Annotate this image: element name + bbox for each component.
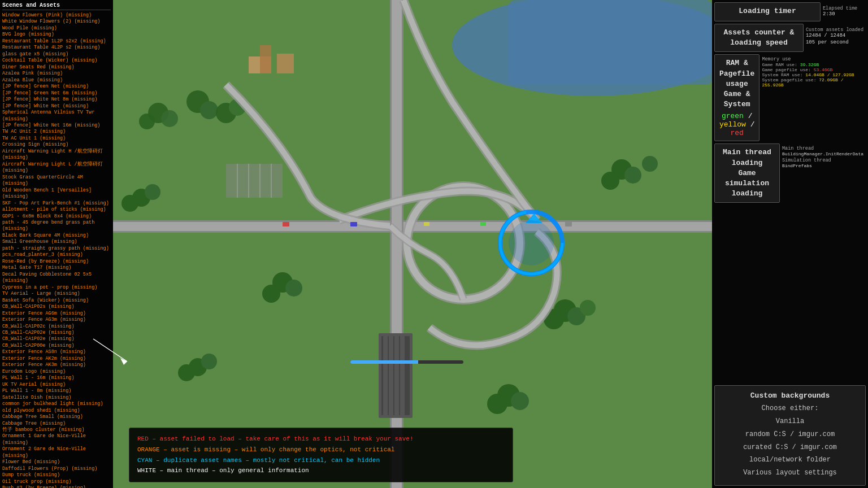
list-item: TW AC Unit 2 (missing): [2, 129, 111, 135]
svg-point-12: [121, 195, 138, 212]
assets-counter-label: Assets counter &loading speed: [719, 28, 798, 48]
list-item: [JP fence] White Net 16m (missing): [2, 123, 111, 129]
color-green: green: [722, 112, 744, 120]
list-item: CB_Wall-CA1P02s (missing): [2, 304, 111, 310]
list-item: Window Flowers (Pink) (missing): [2, 12, 111, 19]
list-item: [JP fence] White Net 8m (missing): [2, 97, 111, 103]
main-thread-value: BuildingManager.InitRenderData: [782, 151, 863, 156]
memory-section: Memory use Game RAM use: 39.32GB Game pa…: [760, 54, 866, 141]
custom-assets-section: Custom assets loaded 12484 / 12484 105 p…: [804, 24, 866, 52]
list-item: Spherical Antenna Vilnius TV Twr (missin…: [2, 110, 111, 123]
assets-counter-box: Assets counter &loading speed: [714, 24, 804, 52]
list-item: Old Wooden Bench 1 [Versailles] (missing…: [2, 188, 111, 201]
svg-rect-40: [480, 222, 486, 226]
layout-settings-option[interactable]: Various layout settings: [722, 467, 858, 480]
asset-list: Window Flowers (Pink) (missing)White Win…: [2, 12, 111, 488]
custom-bg-title: Custom backgrounds: [722, 391, 858, 400]
custom-assets-label: Custom assets loaded: [806, 27, 863, 33]
memory-label: Memory use: [762, 56, 863, 62]
list-item: Aircraft Warning Light H /航空障碍灯 (missing…: [2, 149, 111, 162]
svg-point-50: [178, 364, 195, 381]
road-svg: [113, 0, 712, 488]
list-item: UK TV Aerial (missing): [2, 382, 111, 388]
svg-rect-37: [283, 222, 289, 226]
legend-item: ORANGE – asset is missing – will only ch…: [137, 445, 505, 455]
svg-point-20: [580, 300, 596, 316]
left-panel: Scenes and Assets Window Flowers (Pink) …: [0, 0, 113, 488]
svg-point-49: [201, 354, 217, 369]
color-red: red: [731, 129, 744, 137]
svg-rect-39: [424, 222, 429, 226]
list-item: Exterior Fence AG3m (missing): [2, 317, 111, 323]
loading-timer-box: Loading timer: [714, 2, 821, 21]
list-item: Wood Pile (missing): [2, 25, 111, 32]
list-item: common jor bulkhead light (missing): [2, 401, 111, 407]
svg-point-14: [624, 167, 641, 184]
game-pagefile-label: Game pagefile use:: [762, 67, 810, 72]
svg-point-47: [487, 394, 507, 414]
svg-point-46: [511, 392, 529, 410]
right-panel: Loading timer Elapsed time 2:30 Assets c…: [712, 0, 868, 488]
list-item: 竹子 bamboo cluster (missing): [2, 427, 111, 433]
local-folder-option[interactable]: local/network folder: [722, 454, 858, 467]
game-pagefile-value: 53.46GB: [814, 67, 833, 72]
loading-timer-label: Loading timer: [719, 6, 815, 16]
list-item: Daffodil Flowers (Prop) (missing): [2, 466, 111, 472]
main-thread-meta-label: Main thread: [782, 146, 863, 151]
system-pagefile-label: System pagefile use:: [762, 77, 816, 82]
curated-imgur-option[interactable]: curated C:S / imgur.com: [722, 441, 858, 454]
list-item: path - straight grassy path (missing): [2, 246, 111, 252]
svg-rect-32: [400, 336, 405, 415]
random-imgur-option[interactable]: random C:S / imgur.com: [722, 428, 858, 441]
svg-rect-31: [394, 336, 399, 415]
list-item: PL Wall 1 - 16m (missing): [2, 375, 111, 381]
list-item: CB_Wall-CA1P02c (missing): [2, 324, 111, 330]
list-item: TW AC Unit 1 (missing): [2, 136, 111, 142]
list-item: Ornament 2 Gare de Nice-Ville (missing): [2, 446, 111, 459]
list-item: CB_Wall-CA2P00e (missing): [2, 343, 111, 349]
list-item: SKF - Pop Art Park-Bench #1 (missing): [2, 201, 111, 207]
system-ram-label: System RAM use:: [762, 72, 802, 77]
list-item: pcs_road_planter_3 (missing): [2, 252, 111, 258]
svg-point-7: [200, 101, 218, 119]
list-item: [JP fence] Green Net 6m (missing): [2, 90, 111, 97]
progress-bar-container: [350, 360, 463, 364]
list-item: Azalea Blue (missing): [2, 77, 111, 84]
elapsed-section: Elapsed time 2:30: [821, 2, 866, 21]
list-item: BVG logo (missing): [2, 32, 111, 38]
svg-point-5: [139, 114, 155, 129]
custom-assets-speed: 105 per second: [806, 40, 863, 45]
list-item: Basket Sofa (Wicker) (missing): [2, 298, 111, 304]
list-item: Metal Gate T17 (missing): [2, 265, 111, 271]
list-item: Azalea Pink (missing): [2, 71, 111, 77]
svg-point-36: [509, 220, 554, 265]
vanilla-option[interactable]: Vanilla: [722, 415, 858, 428]
list-item: Exterior Fence AS8n (missing): [2, 349, 111, 355]
list-item: Exterior Fence AK2m (missing): [2, 356, 111, 362]
list-item: path - 45 degree bend grass path (missin…: [2, 220, 111, 233]
svg-rect-29: [383, 336, 388, 415]
list-item: [JP fence] Green Net (missing): [2, 84, 111, 90]
legend-box: RED – asset failed to load – take care o…: [129, 428, 513, 482]
system-ram-value: 14.04GB / 127.92GB: [805, 72, 854, 77]
svg-rect-53: [260, 45, 271, 73]
svg-point-11: [145, 184, 160, 200]
legend-items: RED – asset failed to load – take care o…: [137, 434, 505, 476]
list-item: Aircraft Warning Light L /航空障碍灯 (missing…: [2, 162, 111, 175]
list-item: Ornament 1 Gare de Nice-Ville (missing): [2, 433, 111, 446]
list-item: allotment - pile of sticks (missing): [2, 207, 111, 213]
list-item: CB_Wall-CA2P02e (missing): [2, 330, 111, 336]
list-item: Eurodom Logo (missing): [2, 369, 111, 375]
ram-usage-box: RAM & Pagefile usageGame & System green …: [714, 54, 760, 141]
legend-item: WHITE – main thread – only general infor…: [137, 465, 505, 476]
list-item: Cocktail Table (Wicker) (missing): [2, 58, 111, 64]
list-item: Cabbage Tree Small (missing): [2, 414, 111, 420]
list-item: Exterior Fence AG6m (missing): [2, 311, 111, 317]
game-viewport: [113, 0, 712, 488]
list-item: Flower Bed (missing): [2, 459, 111, 465]
svg-rect-54: [226, 164, 283, 198]
list-item: Rose-Red (by Breeze) (missing): [2, 259, 111, 265]
game-ram-value: 39.32GB: [800, 62, 819, 67]
thread-section: Main thread BuildingManager.InitRenderDa…: [780, 143, 866, 203]
elapsed-label: Elapsed time: [823, 6, 863, 11]
